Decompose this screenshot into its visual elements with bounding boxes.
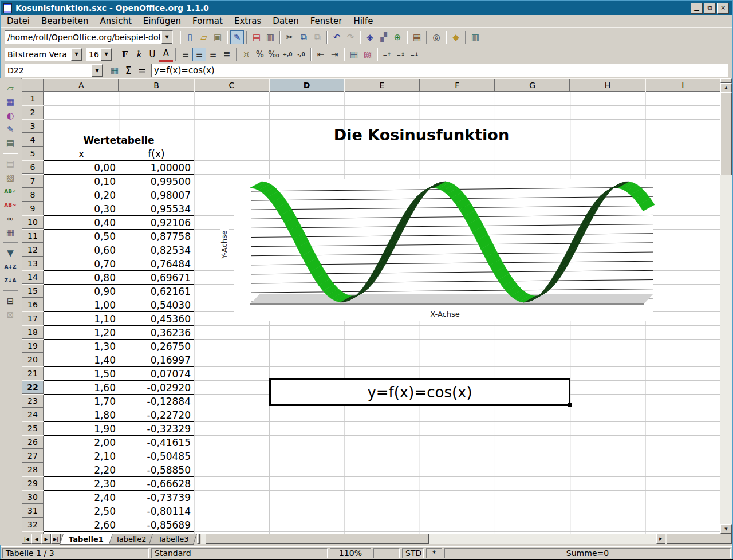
align-left-button[interactable]: ≡	[179, 48, 192, 61]
row-header-3[interactable]: 3	[22, 119, 44, 133]
italic-button[interactable]: k	[132, 48, 145, 61]
scroll-down-icon[interactable]: ▼	[720, 524, 732, 534]
column-header-H[interactable]: H	[570, 78, 645, 92]
row-header-12[interactable]: 12	[22, 243, 44, 257]
datasources-icon[interactable]: ▥	[468, 30, 482, 44]
tab-nav-prev-icon[interactable]: ◀	[31, 534, 41, 544]
sheet-grid[interactable]: Wertetabelle x f(x) 0,001,000000,100,995…	[44, 92, 720, 534]
percent-format-icon[interactable]: %	[253, 48, 267, 61]
row-header-8[interactable]: 8	[22, 188, 44, 202]
open-icon[interactable]: ▱	[197, 30, 211, 44]
table-cell[interactable]: -0,22720	[119, 408, 194, 422]
row-header-22[interactable]: 22	[22, 380, 44, 394]
export-pdf-icon[interactable]: ▤	[250, 30, 263, 44]
font-size-input[interactable]	[86, 49, 101, 60]
table-row[interactable]: 1,300,26750	[44, 340, 194, 353]
font-name-combobox[interactable]: ▼	[5, 48, 82, 61]
table-row[interactable]: 0,300,95534	[44, 202, 194, 216]
url-input[interactable]	[5, 31, 161, 43]
row-header-6[interactable]: 6	[22, 160, 44, 174]
table-cell[interactable]: 0,76484	[119, 257, 194, 271]
group-icon[interactable]: ⊟	[3, 294, 17, 308]
row-header-26[interactable]: 26	[22, 435, 44, 449]
undo-icon[interactable]: ↶	[330, 30, 344, 44]
row-header-31[interactable]: 31	[22, 504, 44, 518]
row-header-19[interactable]: 19	[22, 339, 44, 353]
row-header-2[interactable]: 2	[22, 105, 44, 119]
table-row[interactable]: 1,100,45360	[44, 312, 194, 326]
column-header-A[interactable]: A	[44, 78, 119, 92]
status-sum[interactable]: Summe=0	[444, 548, 731, 558]
column-header-E[interactable]: E	[344, 78, 419, 92]
row-header-5[interactable]: 5	[22, 147, 44, 160]
table-cell[interactable]: 2,60	[44, 518, 119, 532]
table-row[interactable]: 2,60-0,85689	[44, 518, 194, 532]
table-cell[interactable]: -0,02920	[119, 381, 194, 395]
vertical-scroll-thumb[interactable]	[720, 92, 732, 175]
table-cell[interactable]: 1,40	[44, 353, 119, 367]
table-cell[interactable]: 0,90	[44, 285, 119, 298]
menu-format[interactable]: Format	[187, 15, 228, 27]
horizontal-scroll-thumb[interactable]	[206, 534, 429, 544]
align-justify-button[interactable]: ≣	[220, 48, 234, 61]
chart-title[interactable]: Die Kosinusfunktion	[307, 126, 536, 144]
align-right-button[interactable]: ≡	[206, 48, 220, 61]
menu-datei[interactable]: Datei	[1, 15, 36, 27]
new-document-icon[interactable]: ▯	[183, 30, 197, 44]
table-cell[interactable]: 2,40	[44, 491, 119, 504]
select-all-corner[interactable]	[22, 78, 44, 92]
align-top-icon[interactable]: =↑	[380, 48, 394, 61]
print-icon[interactable]: ▥	[263, 30, 277, 44]
row-header-10[interactable]: 10	[22, 215, 44, 229]
hyperlink-icon[interactable]: ⊕	[391, 30, 404, 44]
column-header-D[interactable]: D	[269, 78, 344, 92]
table-cell[interactable]: 0,40	[44, 216, 119, 230]
tab-scrollbar-splitter[interactable]	[197, 534, 200, 544]
table-row[interactable]: 0,600,82534	[44, 243, 194, 257]
row-header-11[interactable]: 11	[22, 229, 44, 243]
insert-cells-icon[interactable]: ▦	[3, 95, 17, 109]
status-zoom[interactable]: 110%	[330, 548, 371, 558]
gallery-icon[interactable]: ▦	[410, 30, 424, 44]
status-insert-mode[interactable]	[373, 548, 400, 558]
table-cell[interactable]: 0,26750	[119, 340, 194, 353]
table-cell[interactable]: 1,00000	[119, 161, 194, 175]
column-header-I[interactable]: I	[645, 78, 720, 92]
form-icon[interactable]: ▤	[3, 136, 17, 150]
table-row[interactable]: 2,40-0,73739	[44, 491, 194, 504]
table-row[interactable]: 2,20-0,58850	[44, 463, 194, 477]
align-center-button[interactable]: ≡	[192, 48, 206, 61]
table-cell[interactable]: 0,62161	[119, 285, 194, 298]
font-color-button[interactable]: A	[159, 46, 173, 62]
table-row[interactable]: 0,900,62161	[44, 285, 194, 298]
menu-einfügen[interactable]: Einfügen	[137, 15, 187, 27]
tab-nav-next-icon[interactable]: ▶	[41, 534, 51, 544]
bold-button[interactable]: F	[118, 48, 132, 61]
table-row[interactable]: 2,50-0,80114	[44, 504, 194, 518]
row-header-9[interactable]: 9	[22, 202, 44, 215]
column-header-B[interactable]: B	[119, 78, 194, 92]
table-cell[interactable]: 1,30	[44, 340, 119, 353]
table-header-x[interactable]: x	[44, 147, 119, 161]
table-row[interactable]: 2,00-0,41615	[44, 436, 194, 449]
borders-icon[interactable]: ▦	[347, 48, 361, 61]
row-header-7[interactable]: 7	[22, 174, 44, 188]
autoformat-icon[interactable]: ▧	[3, 171, 17, 184]
table-cell[interactable]: 1,60	[44, 381, 119, 395]
table-cell[interactable]: -0,32329	[119, 422, 194, 436]
status-selection-mode[interactable]: STD	[402, 548, 424, 558]
table-cell[interactable]: 0,20	[44, 188, 119, 202]
copy-icon[interactable]: ⧉	[297, 30, 310, 44]
formula-input-line[interactable]	[151, 64, 728, 77]
row-header-14[interactable]: 14	[22, 270, 44, 284]
table-cell[interactable]: 1,80	[44, 408, 119, 422]
url-combobox[interactable]: ▼	[5, 30, 173, 44]
cut-icon[interactable]: ✂	[283, 30, 297, 44]
row-header-25[interactable]: 25	[22, 421, 44, 435]
row-header-18[interactable]: 18	[22, 325, 44, 339]
menu-bearbeiten[interactable]: Bearbeiten	[36, 15, 94, 27]
row-header-32[interactable]: 32	[22, 518, 44, 531]
close-button[interactable]: ×	[717, 3, 729, 14]
table-row[interactable]: 1,000,54030	[44, 298, 194, 312]
sort-descending-icon[interactable]: Z↓A	[3, 274, 17, 287]
